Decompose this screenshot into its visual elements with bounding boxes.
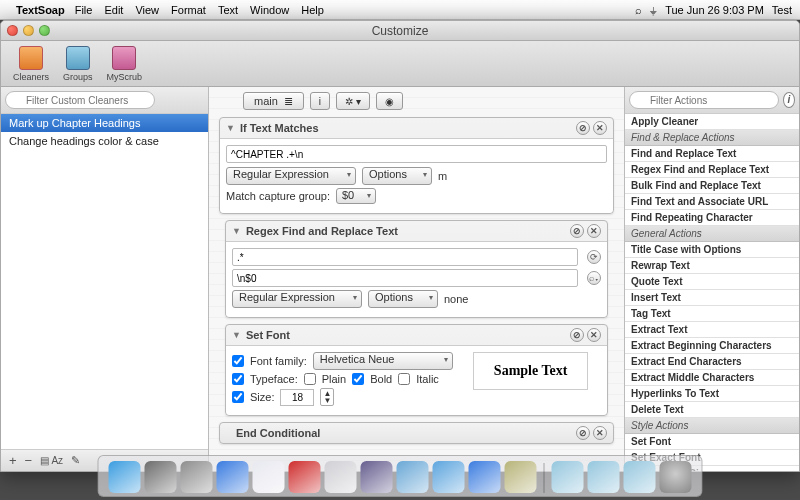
bold-checkbox[interactable]	[352, 373, 364, 385]
toolbar-groups[interactable]: Groups	[57, 44, 99, 84]
cleaner-item[interactable]: Mark up Chapter Headings	[1, 114, 208, 132]
action-item[interactable]: Extract Text	[625, 322, 799, 338]
action-item[interactable]: Quote Text	[625, 274, 799, 290]
sort-button[interactable]: ▤ Az	[40, 455, 63, 466]
action-item[interactable]: Find and Replace Text	[625, 146, 799, 162]
typeface-checkbox[interactable]	[232, 373, 244, 385]
dock-app-icon[interactable]	[552, 461, 584, 493]
preview-button[interactable]: ◉	[376, 92, 403, 110]
edit-button[interactable]: ✎	[71, 454, 80, 467]
dock-app-icon[interactable]	[217, 461, 249, 493]
action-item[interactable]: Extract Beginning Characters	[625, 338, 799, 354]
block-disable-button[interactable]: ⊘	[576, 426, 590, 440]
plain-checkbox[interactable]	[304, 373, 316, 385]
filter-actions-input[interactable]	[629, 91, 779, 109]
dock-app-icon[interactable]	[109, 461, 141, 493]
regex-options-select[interactable]: Options	[368, 290, 438, 308]
action-item[interactable]: Delete Text	[625, 402, 799, 418]
action-item[interactable]: Tag Text	[625, 306, 799, 322]
app-menu[interactable]: TextSoap	[16, 4, 65, 16]
block-regex-replace[interactable]: ▼ Regex Find and Replace Text ⊘ ✕ ⟳	[225, 220, 608, 318]
block-delete-button[interactable]: ✕	[593, 426, 607, 440]
zoom-button[interactable]	[39, 25, 50, 36]
action-item[interactable]: Title Case with Options	[625, 242, 799, 258]
find-input[interactable]	[232, 248, 578, 266]
find-history-button[interactable]: ⟳	[587, 250, 601, 264]
block-disable-button[interactable]: ⊘	[570, 224, 584, 238]
menu-window[interactable]: Window	[250, 4, 289, 16]
dock-app-icon[interactable]	[624, 461, 656, 493]
dock-app-icon[interactable]	[433, 461, 465, 493]
dock-app-icon[interactable]	[145, 461, 177, 493]
toolbar-myscrub[interactable]: MyScrub	[101, 44, 149, 84]
dock-app-icon[interactable]	[505, 461, 537, 493]
minimize-button[interactable]	[23, 25, 34, 36]
size-checkbox[interactable]	[232, 391, 244, 403]
block-disable-button[interactable]: ⊘	[570, 328, 584, 342]
action-item[interactable]: Apply Cleaner	[625, 114, 799, 130]
disclosure-icon[interactable]: ▼	[232, 226, 241, 236]
info-button[interactable]: i	[310, 92, 330, 110]
add-cleaner-button[interactable]: +	[9, 453, 17, 468]
action-item[interactable]: Regex Find and Replace Text	[625, 162, 799, 178]
size-input[interactable]	[280, 389, 314, 406]
actions-info-button[interactable]: i	[783, 92, 795, 108]
main-scope-button[interactable]: main≣	[243, 92, 304, 110]
block-if-text-matches[interactable]: ▼ If Text Matches ⊘ ✕ Regular Expression…	[219, 117, 614, 214]
disclosure-icon[interactable]: ▼	[226, 123, 235, 133]
block-delete-button[interactable]: ✕	[587, 328, 601, 342]
cleaner-item[interactable]: Change headings color & case	[1, 132, 208, 150]
user-menu[interactable]: Test	[772, 4, 792, 16]
action-item[interactable]: Bulk Find and Replace Text	[625, 178, 799, 194]
dock-app-icon[interactable]	[325, 461, 357, 493]
toolbar-cleaners[interactable]: Cleaners	[7, 44, 55, 84]
remove-cleaner-button[interactable]: −	[25, 453, 33, 468]
block-set-font[interactable]: ▼ Set Font ⊘ ✕ Font family: Helvetica Ne…	[225, 324, 608, 416]
spotlight-icon[interactable]: ⌕	[635, 4, 642, 16]
action-item[interactable]: Find Repeating Character	[625, 210, 799, 226]
regex-flags-label: none	[444, 293, 468, 305]
trash-icon[interactable]	[660, 461, 692, 493]
dock-app-icon[interactable]	[397, 461, 429, 493]
block-delete-button[interactable]: ✕	[593, 121, 607, 135]
menu-help[interactable]: Help	[301, 4, 324, 16]
close-button[interactable]	[7, 25, 18, 36]
menu-edit[interactable]: Edit	[104, 4, 123, 16]
menu-file[interactable]: File	[75, 4, 93, 16]
action-item[interactable]: Set Font	[625, 434, 799, 450]
filter-cleaners-input[interactable]	[5, 91, 155, 109]
menu-text[interactable]: Text	[218, 4, 238, 16]
dock-app-icon[interactable]	[361, 461, 393, 493]
font-family-checkbox[interactable]	[232, 355, 244, 367]
italic-checkbox[interactable]	[398, 373, 410, 385]
titlebar[interactable]: Customize	[1, 21, 799, 41]
block-disable-button[interactable]: ⊘	[576, 121, 590, 135]
menu-view[interactable]: View	[135, 4, 159, 16]
action-item[interactable]: Find Text and Associate URL	[625, 194, 799, 210]
capture-group-select[interactable]: $0	[336, 188, 376, 204]
action-item[interactable]: Insert Text	[625, 290, 799, 306]
action-item[interactable]: Hyperlinks To Text	[625, 386, 799, 402]
font-family-select[interactable]: Helvetica Neue	[313, 352, 453, 370]
regex-mode-select[interactable]: Regular Expression	[232, 290, 362, 308]
wifi-icon[interactable]: ⏚	[650, 4, 657, 16]
action-item[interactable]: Rewrap Text	[625, 258, 799, 274]
dock-app-icon[interactable]	[253, 461, 285, 493]
menu-format[interactable]: Format	[171, 4, 206, 16]
match-mode-select[interactable]: Regular Expression	[226, 167, 356, 185]
replace-helper-button[interactable]: ⌕▾	[587, 271, 601, 285]
block-delete-button[interactable]: ✕	[587, 224, 601, 238]
action-item[interactable]: Extract End Characters	[625, 354, 799, 370]
disclosure-icon[interactable]: ▼	[232, 330, 241, 340]
dock-app-icon[interactable]	[289, 461, 321, 493]
match-pattern-input[interactable]	[226, 145, 607, 163]
dock-app-icon[interactable]	[181, 461, 213, 493]
dock-app-icon[interactable]	[469, 461, 501, 493]
settings-button[interactable]: ✲ ▾	[336, 92, 370, 110]
match-options-select[interactable]: Options	[362, 167, 432, 185]
size-stepper[interactable]: ▲▼	[320, 388, 334, 406]
replace-input[interactable]	[232, 269, 578, 287]
action-item[interactable]: Extract Middle Characters	[625, 370, 799, 386]
block-end-conditional[interactable]: End Conditional ⊘ ✕	[219, 422, 614, 444]
dock-app-icon[interactable]	[588, 461, 620, 493]
